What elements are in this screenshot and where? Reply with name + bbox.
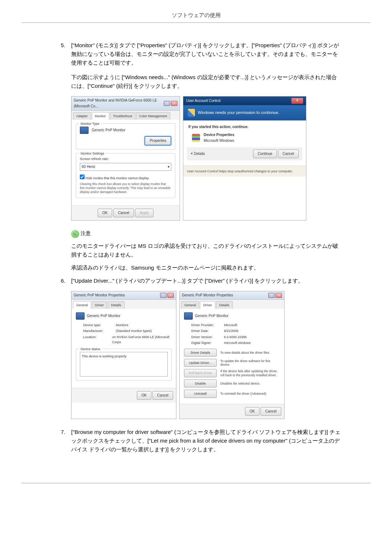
disable-button[interactable]: Disable <box>184 379 217 387</box>
tab-troubleshoot[interactable]: Troubleshoot <box>110 112 135 120</box>
tab-adapter[interactable]: Adapter <box>73 112 91 120</box>
cancel-button[interactable]: Cancel <box>278 149 299 158</box>
dialog-title: Generic PnP Monitor and NVIDIA GeForce 6… <box>74 98 164 109</box>
properties-driver-dialog: Generic PnP Monitor Properties ? × Gener… <box>179 291 285 419</box>
step-5: 5. ["Monitor" (モニタ)] タブで ["Properties" (… <box>58 41 370 67</box>
help-icon[interactable]: ? <box>268 293 275 298</box>
provider-value: Microsoft <box>224 323 237 328</box>
device-status-group: Device status This device is working pro… <box>76 349 172 381</box>
tab-details[interactable]: Details <box>108 301 124 309</box>
apply-button[interactable]: Apply <box>135 209 154 217</box>
note-text-1: このモニタードライバーは MS ロゴの承認を受けており、このドライバのインストー… <box>71 242 370 259</box>
signer-value: microsoft windows <box>224 340 251 345</box>
checkbox-icon[interactable] <box>80 175 85 179</box>
uac-title-bar: User Account Control × <box>183 97 306 105</box>
disable-desc: Disables the selected device. <box>220 382 280 385</box>
update-driver-button[interactable]: Update Driver... <box>184 359 217 367</box>
chevron-down-icon: ▾ <box>168 164 170 170</box>
close-icon[interactable]: × <box>171 101 177 106</box>
tab-general[interactable]: General <box>73 301 91 309</box>
properties-button[interactable]: Properties <box>144 136 171 145</box>
note-heading: 注意 <box>71 229 370 238</box>
step-7: 7. ["Browse my computer for driver softw… <box>58 428 370 454</box>
cancel-button[interactable]: Cancel <box>261 407 281 416</box>
tab-color-management[interactable]: Color Management <box>136 112 171 120</box>
close-icon[interactable]: × <box>167 293 174 298</box>
device-type-label: Device type: <box>83 323 116 328</box>
device-name: Generic PnP Monitor <box>195 313 229 319</box>
uac-banner: Windows needs your permission to contion… <box>183 105 306 120</box>
device-name: Generic PnP Monitor <box>87 313 121 319</box>
date-value: 6/21/2006 <box>224 328 238 333</box>
tab-driver[interactable]: Driver <box>200 301 215 309</box>
close-icon[interactable]: × <box>275 293 282 298</box>
program-vendor: Microsoft Windows <box>204 138 234 144</box>
hide-modes-description: Clearing this check box allows you to se… <box>80 182 171 194</box>
window-controls: ? × <box>268 293 282 298</box>
rollback-driver-desc: If the device fails after updating the d… <box>220 369 280 377</box>
step-number: 7. <box>58 428 71 454</box>
uac-program-row: Device Properties Microsoft Windows <box>192 132 301 144</box>
ok-button[interactable]: OK <box>245 407 260 416</box>
uninstall-desc: To uninstall the driver (Advanced). <box>220 392 280 395</box>
hide-modes-checkbox[interactable]: Hide modes that this monitor cannot disp… <box>80 175 171 181</box>
tab-strip: Adapter Monitor Troubleshoot Color Manag… <box>72 111 180 120</box>
page-header: ソフトウェアの使用 <box>22 11 370 23</box>
tab-monitor[interactable]: Monitor <box>92 112 109 120</box>
chevron-left-icon <box>191 152 192 155</box>
dialog-footer: OK Cancel <box>72 388 176 403</box>
help-icon[interactable]: ? <box>160 293 167 298</box>
program-name: Device Properties <box>204 132 234 138</box>
tab-strip: General Driver Details <box>72 300 176 309</box>
uninstall-button[interactable]: Uninstall <box>184 390 217 398</box>
dialog-title: Generic PnP Monitor Properties <box>74 292 125 298</box>
dialog-title-bar: Generic PnP Monitor Properties ? × <box>180 291 284 300</box>
driver-details-button[interactable]: Driver Details <box>184 349 217 357</box>
close-icon[interactable]: × <box>291 98 303 104</box>
monitor-icon <box>76 312 85 320</box>
uac-banner-text: Windows needs your permission to contion… <box>198 110 279 116</box>
note-text-2: 承認済みのドライバは、Samsung モニターのホームページに掲載されます。 <box>71 263 370 272</box>
windows-flag-icon <box>192 134 200 142</box>
manufacturer-value: (Standard monitor types) <box>116 328 152 333</box>
signer-label: Digital Signer: <box>191 340 224 345</box>
ok-button[interactable]: OK <box>98 209 112 217</box>
tab-details[interactable]: Details <box>216 301 233 309</box>
group-label: Monitor Settings <box>79 151 106 156</box>
step-text: ["Browse my computer for driver software… <box>71 428 370 454</box>
window-controls: ? × <box>160 293 174 298</box>
screenshot-row-2: Generic PnP Monitor Properties ? × Gener… <box>71 291 370 419</box>
status-text: This device is working properly. <box>80 352 168 377</box>
window-controls: ? × <box>164 101 177 106</box>
uac-instruction: If you started this action, continue. <box>188 124 301 130</box>
tab-strip: General Driver Details <box>180 300 284 309</box>
step-text: ["Monitor" (モニタ)] タブで ["Properties" (プロパ… <box>71 41 370 67</box>
dialog-footer: OK Cancel Apply <box>72 205 180 220</box>
date-label: Driver Date: <box>191 328 224 333</box>
dialog-title-bar: Generic PnP Monitor and NVIDIA GeForce 6… <box>72 97 180 111</box>
properties-general-dialog: Generic PnP Monitor Properties ? × Gener… <box>71 291 176 419</box>
ok-button[interactable]: OK <box>137 391 151 400</box>
tab-driver[interactable]: Driver <box>92 301 107 309</box>
details-toggle[interactable]: Details <box>191 151 205 157</box>
provider-label: Driver Provider: <box>191 323 224 328</box>
device-type-value: Monitors <box>116 323 128 328</box>
step-number: 6. <box>58 276 71 285</box>
uac-footer: User Account Control helps stop unauthor… <box>183 165 306 177</box>
location-value: on NVIDIA GeForce 6600 LE (Microsoft Cor… <box>112 335 172 345</box>
note-icon <box>71 230 79 238</box>
step-6: 6. ["Update Driver..." (ドライバのアップデート...)]… <box>58 276 370 285</box>
refresh-rate-select[interactable]: 60 Hertz ▾ <box>80 163 171 171</box>
help-icon[interactable]: ? <box>164 101 170 106</box>
manufacturer-label: Manufacturer: <box>83 328 116 333</box>
cancel-button[interactable]: Cancel <box>152 391 173 400</box>
monitor-icon <box>184 312 193 320</box>
version-value: 6.0.6000.16386 <box>224 335 247 340</box>
continue-button[interactable]: Continue <box>253 149 277 158</box>
dialog-title-bar: Generic PnP Monitor Properties ? × <box>72 291 176 300</box>
rollback-driver-button[interactable]: Roll Back Driver <box>184 369 217 377</box>
tab-general[interactable]: General <box>181 301 199 309</box>
uac-details-row: Details Continue Cancel <box>187 147 302 160</box>
step-5-cont: 下の図に示すように ["Windows needs..." (Windows の… <box>71 73 370 90</box>
cancel-button[interactable]: Cancel <box>113 209 134 217</box>
